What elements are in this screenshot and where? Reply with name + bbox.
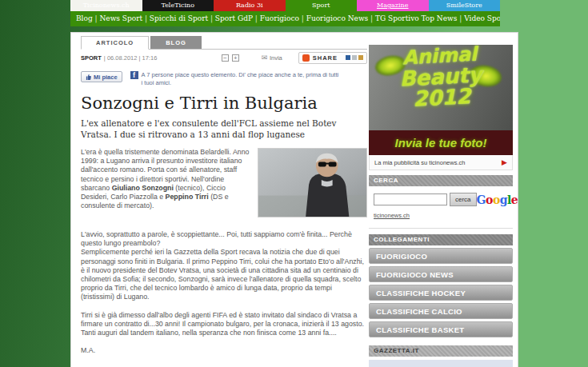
sidebar-link-fuorigioco-news[interactable]: FUORIGIOCO NEWS: [369, 266, 513, 282]
share-mini-icon-gray: [352, 55, 357, 60]
subnav-fuorigioco-news[interactable]: Fuorigioco News: [306, 14, 375, 22]
subnav-tg-sportivo[interactable]: TG Sportivo Top News: [375, 14, 464, 22]
gazzetta-feed: Josefa Idem entra nella storia Ferrari e…: [369, 360, 513, 367]
ad-headline: Animal Beauty 2012: [369, 45, 513, 113]
sidebar-link-fuorigioco[interactable]: FUORIGIOCO: [369, 248, 513, 264]
sidebar: Animal Beauty 2012 Invia le tue foto! La…: [369, 33, 513, 367]
subnav-video-sport[interactable]: Video Sport: [464, 14, 500, 22]
paragraph-1: L'era è quella tristemente denominata Be…: [81, 148, 250, 209]
facebook-icon: [130, 71, 138, 79]
tab-smilestore[interactable]: SmileStore: [429, 0, 501, 11]
share-button[interactable]: SHARE: [298, 52, 367, 64]
paragraph-4: Tirri si è già dimesso dall'albo degli a…: [81, 311, 367, 338]
facebook-like-row: Mi piace A 7 persone piace questo elemen…: [81, 71, 367, 87]
facebook-like-text: A 7 persone piace questo elemento. Di' c…: [142, 71, 342, 87]
paragraph-3: Semplicemente perché ieri la Gazzetta de…: [81, 248, 367, 301]
arrow-right-icon: ▶: [502, 158, 507, 166]
subnav-fuorigioco[interactable]: Fuorigioco: [260, 14, 306, 22]
google-logo: Google: [477, 193, 518, 206]
font-increase-icon[interactable]: +: [232, 54, 239, 62]
article-title: Sonzogni e Tirri in Bulgaria: [81, 94, 367, 113]
subnav-sport-gdp[interactable]: Sport GdP: [215, 14, 260, 22]
divider: [369, 228, 513, 229]
search-section-header: CERCA: [369, 175, 513, 186]
article-column: ARTICOLO BLOG SPORT | 06.08.2012 | 17:16…: [81, 36, 367, 367]
animal-beauty-ad[interactable]: Animal Beauty 2012 Invia le tue foto!: [369, 45, 513, 155]
article-tab-strip: ARTICOLO BLOG: [81, 36, 367, 50]
sidebar-link-classifiche-hockey[interactable]: CLASSIFICHE HOCKEY: [369, 285, 513, 301]
links-section-header: COLLEGAMENTI: [369, 234, 513, 245]
subnav-spicchi-di-sport[interactable]: Spicchi di Sport: [150, 14, 215, 22]
article-body: L'era è quella tristemente denominata Be…: [81, 148, 367, 367]
subnav-blog[interactable]: Blog: [76, 14, 99, 22]
tab-articolo[interactable]: ARTICOLO: [81, 36, 149, 50]
search-input[interactable]: [374, 193, 447, 205]
tab-sport[interactable]: Sport: [286, 0, 358, 11]
thumbs-up-icon: [86, 74, 91, 80]
ticinonews-site-link[interactable]: ticinonews.ch: [374, 212, 410, 219]
paragraph-2: L'avvio, soprattutto a parole, è scoppie…: [81, 230, 367, 248]
sidebar-link-classifiche-calcio[interactable]: CLASSIFICHE CALCIO: [369, 303, 513, 319]
tab-ticinonews[interactable]: Ticinonews.ch: [70, 0, 142, 11]
article-subtitle: L'ex allenatore e l'ex consulente dell'F…: [81, 118, 367, 140]
search-section: cerca Google ticinonews.ch: [369, 186, 513, 224]
font-decrease-icon[interactable]: −: [222, 54, 229, 62]
author-signature: M.A.: [81, 346, 367, 355]
subnav-news-sport[interactable]: News Sport: [99, 14, 149, 22]
content-panel: ARTICOLO BLOG SPORT | 06.08.2012 | 17:16…: [70, 32, 518, 367]
facebook-like-button[interactable]: Mi piace: [81, 71, 122, 82]
sidebar-link-classifiche-basket[interactable]: CLASSIFICHE BASKET: [369, 321, 513, 337]
send-email-button[interactable]: Invia: [262, 54, 282, 62]
ad-cta[interactable]: Invia le tue foto!: [369, 130, 513, 155]
advertise-link[interactable]: La mia pubblicità su ticinonews.ch ▶: [369, 155, 513, 170]
page: Ticinonews.ch TeleTicino Radio 3i Sport …: [70, 0, 518, 367]
top-tab-bar: Ticinonews.ch TeleTicino Radio 3i Sport …: [70, 0, 500, 11]
tab-radio-3i[interactable]: Radio 3i: [214, 0, 286, 11]
share-mini-icon-blue: [346, 55, 350, 60]
sharethis-icon: [302, 54, 310, 62]
gazzetta-section-header: GAZZETTA.IT: [369, 345, 513, 357]
tab-blog[interactable]: BLOG: [150, 36, 202, 49]
article-meta-row: SPORT | 06.08.2012 | 17:16 − + Invia SHA…: [81, 50, 367, 66]
tab-teleticino[interactable]: TeleTicino: [142, 0, 214, 11]
tab-magazine[interactable]: Magazine: [357, 0, 429, 11]
sport-subnav: BlogNews SportSpicchi di SportSport GdPF…: [70, 11, 500, 26]
date-time-label: | 06.08.2012 | 17:16: [104, 54, 157, 62]
share-mini-icon-gold: [358, 55, 363, 60]
search-button[interactable]: cerca: [450, 193, 477, 206]
article-photo: [258, 148, 367, 217]
category-label: SPORT: [81, 54, 102, 62]
